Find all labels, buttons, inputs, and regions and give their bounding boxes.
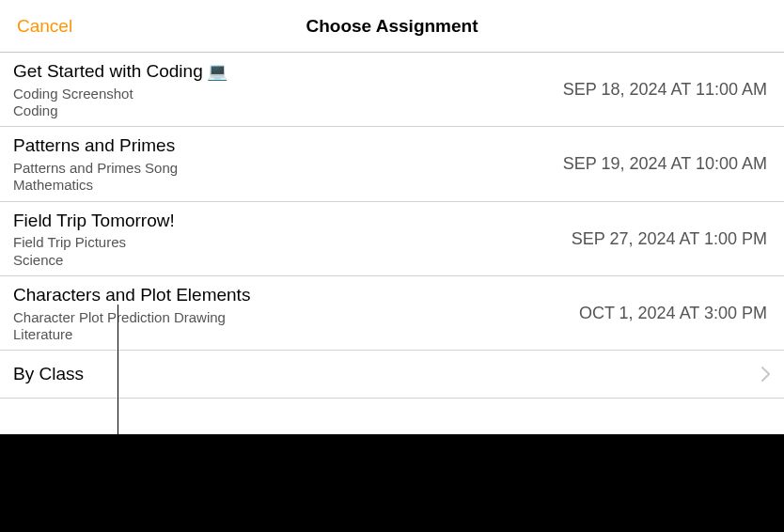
page-title: Choose Assignment [306,16,478,37]
assignment-category: Mathematics [13,177,178,193]
assignment-date: SEP 19, 2024 AT 10:00 AM [552,154,767,174]
assignment-row[interactable]: Field Trip Tomorrow! Field Trip Pictures… [0,202,784,276]
assignment-date: SEP 18, 2024 AT 11:00 AM [552,80,767,100]
assignment-category: Coding [13,102,227,118]
assignment-row[interactable]: Patterns and Primes Patterns and Primes … [0,127,784,201]
by-class-label: By Class [13,364,84,384]
cancel-button[interactable]: Cancel [17,16,72,37]
bottom-black-bar [0,434,784,532]
assignment-row[interactable]: Get Started with Coding 💻 Coding Screens… [0,53,784,127]
assignment-title: Patterns and Primes [13,135,175,157]
header: Cancel Choose Assignment [0,0,784,53]
assignment-category: Science [13,252,175,268]
chevron-right-icon [761,367,771,382]
assignment-title: Get Started with Coding [13,61,203,83]
assignment-subtitle: Patterns and Primes Song [13,160,178,176]
assignment-subtitle: Character Plot Prediction Drawing [13,309,250,325]
assignment-date: SEP 27, 2024 AT 1:00 PM [560,229,767,249]
assignment-title: Characters and Plot Elements [13,285,250,306]
laptop-icon: 💻 [207,63,227,80]
assignment-category: Literature [13,326,250,342]
assignment-date: OCT 1, 2024 AT 3:00 PM [568,304,767,323]
assignment-subtitle: Field Trip Pictures [13,234,175,250]
assignment-title: Field Trip Tomorrow! [13,211,175,232]
assignment-subtitle: Coding Screenshot [13,86,227,102]
